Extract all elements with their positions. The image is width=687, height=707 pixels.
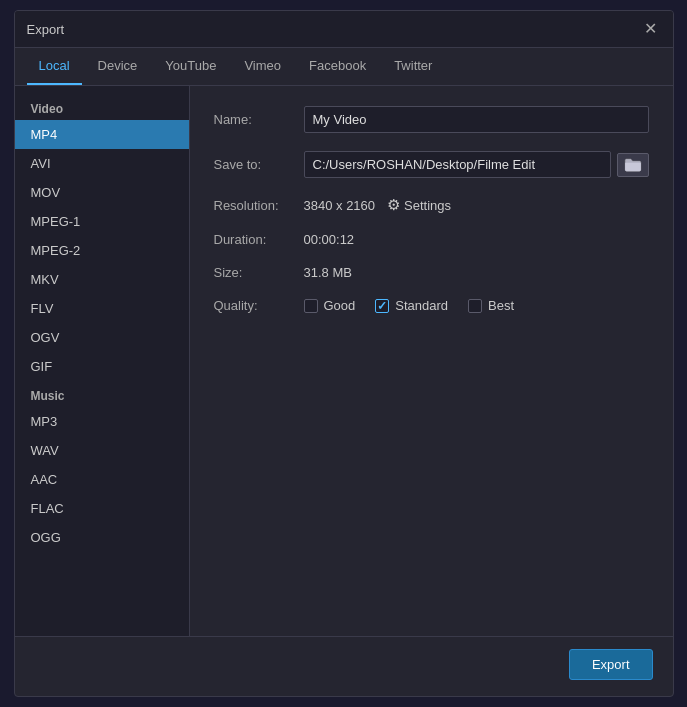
sidebar-item-mpeg2[interactable]: MPEG-2 — [15, 236, 189, 265]
quality-good[interactable]: Good — [304, 298, 356, 313]
dialog-content: Video MP4 AVI MOV MPEG-1 MPEG-2 MKV FLV … — [15, 86, 673, 636]
sidebar-item-wav[interactable]: WAV — [15, 436, 189, 465]
resolution-value: 3840 x 2160 — [304, 198, 376, 213]
sidebar-item-flv[interactable]: FLV — [15, 294, 189, 323]
size-label: Size: — [214, 265, 304, 280]
tab-bar: Local Device YouTube Vimeo Facebook Twit… — [15, 48, 673, 86]
sidebar-item-mp4[interactable]: MP4 — [15, 120, 189, 149]
settings-button[interactable]: ⚙ Settings — [387, 196, 451, 214]
size-value: 31.8 MB — [304, 265, 352, 280]
tab-device[interactable]: Device — [86, 48, 150, 85]
quality-good-label: Good — [324, 298, 356, 313]
save-to-row: Save to: — [214, 151, 649, 178]
sidebar-item-mkv[interactable]: MKV — [15, 265, 189, 294]
quality-row: Quality: Good ✓ Standard Best — [214, 298, 649, 313]
quality-best-label: Best — [488, 298, 514, 313]
gear-icon: ⚙ — [387, 196, 400, 214]
sidebar-item-mov[interactable]: MOV — [15, 178, 189, 207]
name-label: Name: — [214, 112, 304, 127]
quality-standard-checkbox[interactable]: ✓ — [375, 299, 389, 313]
sidebar-item-aac[interactable]: AAC — [15, 465, 189, 494]
music-section-label: Music — [15, 381, 189, 407]
duration-label: Duration: — [214, 232, 304, 247]
sidebar-item-avi[interactable]: AVI — [15, 149, 189, 178]
resolution-label: Resolution: — [214, 198, 304, 213]
name-input[interactable] — [304, 106, 649, 133]
tab-facebook[interactable]: Facebook — [297, 48, 378, 85]
tab-local[interactable]: Local — [27, 48, 82, 85]
sidebar-item-ogg[interactable]: OGG — [15, 523, 189, 552]
quality-best[interactable]: Best — [468, 298, 514, 313]
export-button[interactable]: Export — [569, 649, 653, 680]
folder-icon — [624, 158, 642, 172]
quality-good-checkbox[interactable] — [304, 299, 318, 313]
export-dialog: Export ✕ Local Device YouTube Vimeo Face… — [14, 10, 674, 697]
title-bar: Export ✕ — [15, 11, 673, 48]
quality-label: Quality: — [214, 298, 304, 313]
resolution-row: Resolution: 3840 x 2160 ⚙ Settings — [214, 196, 649, 214]
tab-youtube[interactable]: YouTube — [153, 48, 228, 85]
quality-options: Good ✓ Standard Best — [304, 298, 515, 313]
save-to-input[interactable] — [304, 151, 611, 178]
size-row: Size: 31.8 MB — [214, 265, 649, 280]
sidebar-item-mpeg1[interactable]: MPEG-1 — [15, 207, 189, 236]
save-to-container — [304, 151, 649, 178]
quality-best-checkbox[interactable] — [468, 299, 482, 313]
sidebar-item-mp3[interactable]: MP3 — [15, 407, 189, 436]
main-panel: Name: Save to: Resolutio — [190, 86, 673, 636]
name-row: Name: — [214, 106, 649, 133]
quality-standard[interactable]: ✓ Standard — [375, 298, 448, 313]
save-to-label: Save to: — [214, 157, 304, 172]
tab-twitter[interactable]: Twitter — [382, 48, 444, 85]
dialog-title: Export — [27, 22, 65, 37]
checkmark-icon: ✓ — [377, 299, 387, 313]
browse-folder-button[interactable] — [617, 153, 649, 177]
quality-standard-label: Standard — [395, 298, 448, 313]
sidebar-item-gif[interactable]: GIF — [15, 352, 189, 381]
sidebar-item-flac[interactable]: FLAC — [15, 494, 189, 523]
tab-vimeo[interactable]: Vimeo — [232, 48, 293, 85]
sidebar-item-ogv[interactable]: OGV — [15, 323, 189, 352]
close-button[interactable]: ✕ — [640, 19, 661, 39]
settings-label: Settings — [404, 198, 451, 213]
duration-value: 00:00:12 — [304, 232, 355, 247]
duration-row: Duration: 00:00:12 — [214, 232, 649, 247]
dialog-footer: Export — [15, 636, 673, 696]
sidebar: Video MP4 AVI MOV MPEG-1 MPEG-2 MKV FLV … — [15, 86, 190, 636]
video-section-label: Video — [15, 94, 189, 120]
